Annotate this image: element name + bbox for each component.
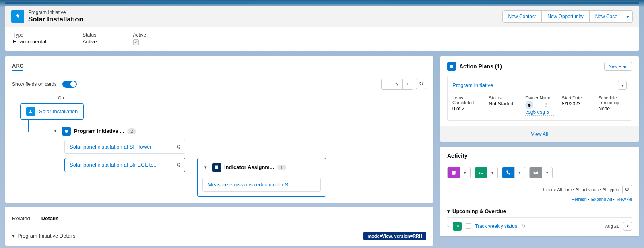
indicator-assignment-icon xyxy=(212,163,221,172)
view-all-link[interactable]: View All xyxy=(531,132,548,137)
task-dropdown[interactable]: ▾ xyxy=(487,167,497,178)
action-plans-title: Action Plans (1) xyxy=(459,63,502,70)
expand-all-link[interactable]: Expand All xyxy=(591,197,612,202)
hierarchy-icon[interactable]: ⑆ xyxy=(177,144,180,150)
collapse-chevron-icon[interactable]: ▾ xyxy=(52,128,59,134)
new-plan-button[interactable]: New Plan xyxy=(604,62,632,71)
activity-title: Activity xyxy=(447,153,468,161)
tree-connector xyxy=(28,119,29,132)
header-actions: New Contact New Opportunity New Case ▾ xyxy=(503,10,633,23)
tab-details[interactable]: Details xyxy=(41,212,59,225)
zoom-in-button[interactable]: + xyxy=(402,79,413,89)
new-contact-button[interactable]: New Contact xyxy=(502,10,542,23)
show-fields-toggle[interactable] xyxy=(62,81,77,88)
indicator-assignment-box: ▾ Indicator Assignm... 1 Measure emissio… xyxy=(197,158,326,197)
items-completed-value: 0 of 2 xyxy=(452,106,481,112)
new-case-button[interactable]: New Case xyxy=(589,10,623,23)
frequency-label: Schedule Frequency xyxy=(598,95,627,105)
zoom-out-button[interactable]: − xyxy=(382,79,392,89)
refresh-arc-button[interactable]: ↻ xyxy=(416,79,426,89)
svg-point-1 xyxy=(65,130,68,133)
tab-related[interactable]: Related xyxy=(12,212,30,225)
refresh-link[interactable]: Refresh xyxy=(571,197,587,202)
share-icon[interactable]: ⇪ xyxy=(544,102,548,108)
record-type-label: Program Initiative xyxy=(28,10,83,15)
field-active: Active ✓ xyxy=(133,32,147,45)
indicator-item[interactable]: Measure emissions reduction for S... xyxy=(202,178,321,192)
arc-title: ARC xyxy=(12,63,23,71)
details-card: Related Details ▾ Program Initiative Det… xyxy=(5,207,433,246)
divider xyxy=(12,71,426,71)
view-all-footer: View All xyxy=(440,126,639,142)
chevron-down-icon: ▾ xyxy=(12,233,15,239)
record-header: Program Initiative Solar Installation Ne… xyxy=(5,6,639,27)
action-plans-card: Action Plans (1) New Plan Program Initia… xyxy=(440,56,639,142)
hierarchy-icon[interactable]: ⑆ xyxy=(177,162,180,168)
upcoming-label: Upcoming & Overdue xyxy=(452,208,506,214)
event-dropdown[interactable]: ▾ xyxy=(460,167,470,178)
task-menu[interactable]: ▾ xyxy=(623,222,632,231)
task-date: Aug 21 xyxy=(605,224,619,229)
group-count-badge: 2 xyxy=(127,128,136,134)
frequency-value: None xyxy=(598,106,627,112)
section-toggle[interactable]: ▾ Program Initiative Details xyxy=(12,233,76,239)
section-title: Program Initiative Details xyxy=(17,233,76,239)
chevron-down-icon: ▾ xyxy=(447,208,450,214)
arc-child-node[interactable]: Solar panel installation at SF Tower ⑆ xyxy=(64,140,185,154)
call-dropdown[interactable]: ▾ xyxy=(514,167,525,178)
owner-name-link[interactable]: esg5 esg 5 xyxy=(525,109,554,116)
program-initiative-group-icon xyxy=(62,127,71,136)
svg-point-0 xyxy=(30,110,31,112)
indicator-group-label: Indicator Assignm... xyxy=(224,164,274,170)
collapse-chevron-icon[interactable]: ▾ xyxy=(202,165,209,170)
email-dropdown[interactable]: ▾ xyxy=(542,167,552,178)
divider xyxy=(447,161,632,161)
upcoming-section-toggle[interactable]: ▾ Upcoming & Overdue xyxy=(447,208,632,218)
record-titles: Program Initiative Solar Installation xyxy=(28,10,83,23)
toggle-label: Show fields on cards xyxy=(12,81,57,87)
top-ribbon xyxy=(5,2,639,4)
arc-child-node-selected[interactable]: Solar panel installation at Blr EGL to..… xyxy=(64,158,185,172)
status-label: Status xyxy=(83,32,97,38)
start-date-value: 8/1/2023 xyxy=(562,101,590,107)
email-button[interactable] xyxy=(530,167,542,178)
new-event-button[interactable] xyxy=(448,167,460,178)
svg-rect-5 xyxy=(452,171,455,172)
action-plans-icon xyxy=(447,62,456,71)
mode-badge: mode=View, version=RRH xyxy=(363,232,426,240)
log-call-button[interactable] xyxy=(502,167,514,178)
child-node-label: Solar panel installation at Blr EGL to..… xyxy=(70,162,158,168)
field-type: Type Environmental xyxy=(13,32,46,45)
indicator-count-badge: 1 xyxy=(277,165,286,170)
owner-name-label: Owner Name xyxy=(525,95,554,100)
svg-rect-2 xyxy=(215,165,218,169)
program-initiative-icon xyxy=(11,10,24,23)
expand-icon[interactable]: › xyxy=(447,223,449,229)
new-task-button[interactable] xyxy=(475,167,487,178)
new-opportunity-button[interactable]: New Opportunity xyxy=(541,10,589,23)
activity-filters-text: Filters: All time • All activities • All… xyxy=(543,187,619,192)
root-node-label: Solar Installation xyxy=(39,108,78,114)
fit-screen-button[interactable]: ⤡ xyxy=(392,79,402,89)
items-completed-label: Items Completed xyxy=(452,95,481,105)
activity-card: Activity ▾ ▾ ▾ ▾ Filters: All time • All… xyxy=(440,147,639,236)
task-row: › Track weekly status ↻ Aug 21 ▾ xyxy=(447,222,632,231)
owner-avatar-icon: ☻ xyxy=(525,101,533,109)
record-tabs: Related Details xyxy=(12,212,426,225)
plan-status-value: Not Started xyxy=(489,101,518,107)
header-actions-dropdown[interactable]: ▾ xyxy=(623,10,633,23)
task-checkbox[interactable] xyxy=(466,223,471,229)
task-title-link[interactable]: Track weekly status xyxy=(475,223,517,229)
record-highlights: Type Environmental Status Active Active … xyxy=(5,27,639,51)
arc-root-node[interactable]: Solar Installation xyxy=(20,103,84,120)
arc-card: ARC Show fields on cards − ⤡ + ↻ On xyxy=(5,56,433,203)
action-plan-link[interactable]: Program Initiative xyxy=(452,82,493,88)
view-all-link[interactable]: View All xyxy=(617,197,632,202)
action-plan-item: Program Initiative ▾ Items Completed 0 o… xyxy=(447,76,632,121)
active-label: Active xyxy=(133,32,147,38)
toggle-state: On xyxy=(58,95,426,100)
activity-settings-button[interactable]: ⚙ xyxy=(622,185,632,194)
action-plan-menu[interactable]: ▾ xyxy=(618,81,627,90)
program-initiative-icon xyxy=(26,107,35,116)
active-checkbox-icon: ✓ xyxy=(133,39,139,45)
